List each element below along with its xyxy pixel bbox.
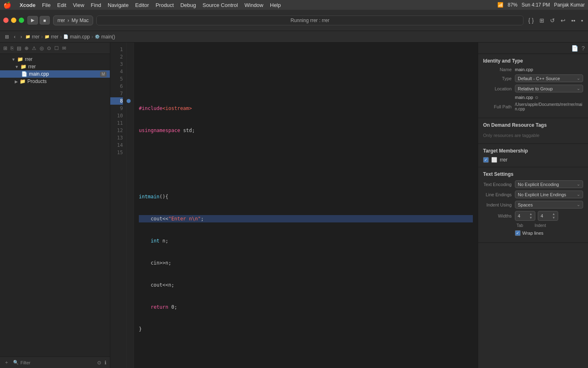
menu-file[interactable]: File — [42, 2, 51, 8]
sidebar-icon8[interactable]: ☐ — [53, 45, 60, 52]
line-num-15: 15 — [110, 149, 123, 156]
menu-window[interactable]: Window — [245, 2, 263, 8]
chevron-down-icon: ▼ — [11, 57, 16, 62]
type-select-value: Default - C++ Source — [518, 76, 560, 81]
refresh-button[interactable]: ↺ — [548, 16, 557, 25]
sidebar-icon7[interactable]: ⊙ — [46, 45, 52, 52]
menu-edit[interactable]: Edit — [57, 2, 66, 8]
add-sidebar-button[interactable]: ＋ — [3, 358, 10, 367]
tree-item-rrer-root[interactable]: ▼ 📁 rrer — [0, 56, 110, 63]
battery-status: 87% — [508, 2, 517, 8]
code-line-10: cin>>n; — [139, 259, 473, 267]
menubar: 🍎 Xcode File Edit View Find Navigate Edi… — [0, 0, 588, 10]
apple-menu[interactable]: 🍎 — [3, 1, 11, 9]
breadcrumb-maincpp[interactable]: main.cpp — [70, 34, 90, 40]
sidebar-bottom-bar: ＋ 🔍 Filter ⊙ ℹ — [0, 357, 110, 368]
code-review-button[interactable]: { } — [527, 16, 535, 25]
tab-label: Tab — [517, 223, 523, 228]
menu-source-control[interactable]: Source Control — [203, 2, 238, 8]
forward-button[interactable]: › — [19, 33, 24, 40]
inspector-ondemand-section: On Demand Resource Tags Only resources a… — [478, 118, 588, 144]
indent-select[interactable]: Spaces ⌄ — [515, 201, 583, 209]
inspector-panel: 📄 ? Identity and Type Name main.cpp Type… — [478, 43, 588, 368]
breakpoint-button[interactable]: ↩ — [559, 16, 567, 25]
target-checkbox-icon: ⬜ — [491, 157, 497, 163]
type-select[interactable]: Default - C++ Source ⌄ — [515, 74, 583, 82]
sidebar-icon3[interactable]: ▤ — [16, 45, 22, 52]
indent-width-value: 4 — [541, 213, 543, 218]
target-name-label: rrer — [500, 157, 508, 163]
gutter-4 — [127, 68, 134, 75]
spin-up-icon[interactable]: ▲ — [529, 212, 532, 216]
tree-label-main-cpp: main.cpp — [29, 71, 49, 77]
menu-help[interactable]: Help — [270, 2, 281, 8]
sidebar-toolbar: ⊞ ⎘ ▤ ⊕ ⚠ ◎ ⊙ ☐ ✉ — [0, 43, 110, 54]
menu-find[interactable]: Find — [91, 2, 101, 8]
inspector-type-row: Type Default - C++ Source ⌄ — [483, 74, 583, 82]
sidebar-icon4[interactable]: ⊕ — [24, 45, 29, 52]
inspector-path-row: main.cpp ⊙ — [483, 95, 583, 100]
menu-debug[interactable]: Debug — [180, 2, 196, 8]
maximize-button[interactable] — [19, 18, 24, 23]
menu-editor[interactable]: Editor — [135, 2, 149, 8]
code-line-13: } — [139, 325, 473, 333]
line-endings-select[interactable]: No Explicit Line Endings ⌄ — [515, 191, 583, 198]
code-line-8: cout<<"Enter n\n"; — [139, 215, 473, 222]
breadcrumb-main-fn[interactable]: main() — [101, 34, 115, 40]
sidebar-icon5[interactable]: ⚠ — [31, 45, 37, 52]
indent-width-spinner[interactable]: 4 ▲ ▼ — [538, 211, 558, 221]
menu-view[interactable]: View — [73, 2, 84, 8]
menu-product[interactable]: Product — [156, 2, 174, 8]
gutter-11 — [127, 119, 134, 127]
inspector-file-icon[interactable]: 📄 — [571, 45, 578, 52]
minimize-button[interactable] — [11, 18, 16, 23]
code-editor[interactable]: 1 2 3 4 5 6 7 8 9 10 11 12 13 14 — [110, 43, 478, 368]
indent-spin-up-icon[interactable]: ▲ — [552, 212, 555, 216]
location-select[interactable]: Relative to Group ⌄ — [515, 85, 583, 92]
scheme-selector[interactable]: rrer › My Mac — [53, 16, 94, 25]
gutter-10 — [127, 112, 134, 119]
close-button[interactable] — [3, 18, 9, 23]
wrap-label: Wrap lines — [522, 231, 543, 236]
sidebar-icon6[interactable]: ◎ — [39, 45, 45, 52]
target-checkbox[interactable]: ✓ — [483, 157, 489, 163]
ondemand-title: On Demand Resource Tags — [483, 122, 583, 128]
view-toggle-right[interactable]: ▪ — [579, 16, 585, 25]
menu-xcode[interactable]: Xcode — [20, 2, 36, 8]
breadcrumb-rrer2[interactable]: rrer — [51, 34, 59, 40]
tree-item-products[interactable]: ▶ 📁 Products — [0, 78, 110, 85]
tab-spin-arrows[interactable]: ▲ ▼ — [529, 212, 532, 220]
encoding-select[interactable]: No Explicit Encoding ⌄ — [515, 180, 583, 188]
tab-width-spinner[interactable]: 4 ▲ ▼ — [515, 211, 535, 221]
source-code[interactable]: #include <iostream> using namespace std;… — [134, 43, 478, 368]
gutter-2 — [127, 53, 134, 61]
inspector-help-icon[interactable]: ? — [581, 45, 585, 52]
indent-spin-down-icon[interactable]: ▼ — [552, 216, 555, 220]
locate-file-button[interactable]: ⊙ — [535, 95, 538, 100]
folder-icon-2: 📁 — [20, 64, 27, 70]
encoding-label: Text Encoding — [483, 182, 512, 187]
sidebar-icon9[interactable]: ✉ — [61, 45, 67, 52]
name-value: main.cpp — [515, 67, 583, 72]
breadcrumb-rrer1[interactable]: rrer — [32, 34, 40, 40]
indent-spin-arrows[interactable]: ▲ ▼ — [552, 212, 555, 220]
sidebar-info-icon[interactable]: ℹ — [105, 360, 107, 366]
main-toolbar: ▶ ■ rrer › My Mac Running rrer : rrer { … — [0, 10, 588, 31]
view-toggle-left[interactable]: ▪▪ — [570, 16, 577, 25]
wrap-checkbox[interactable]: ✓ — [515, 230, 521, 236]
spin-down-icon[interactable]: ▼ — [529, 216, 532, 220]
tree-item-main-cpp[interactable]: 📄 main.cpp M — [0, 70, 110, 78]
filter-icon-sidebar[interactable]: ⊞ — [3, 33, 11, 40]
run-button[interactable]: ▶ — [27, 16, 38, 25]
sidebar-icon2[interactable]: ⎘ — [10, 45, 14, 52]
tree-label-rrer-root: rrer — [25, 56, 33, 62]
tree-item-rrer-folder[interactable]: ▼ 📁 rrer — [0, 63, 110, 70]
stop-button[interactable]: ■ — [40, 16, 50, 25]
editor-inspector-row: 1 2 3 4 5 6 7 8 9 10 11 12 13 14 — [110, 43, 588, 368]
tree-label-rrer-folder: rrer — [28, 64, 36, 70]
sidebar-icon1[interactable]: ⊞ — [2, 45, 8, 52]
menu-navigate[interactable]: Navigate — [108, 2, 129, 8]
sidebar-settings-icon[interactable]: ⊙ — [97, 360, 101, 366]
back-button[interactable]: ‹ — [12, 33, 17, 40]
layout-button[interactable]: ⊞ — [538, 16, 546, 25]
